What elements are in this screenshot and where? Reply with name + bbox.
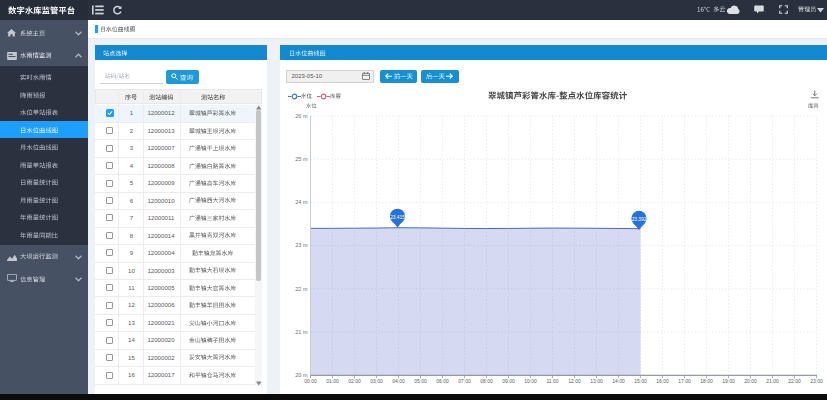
svg-text:23.415: 23.415 [390,215,405,220]
svg-text:23.392: 23.392 [632,217,647,222]
